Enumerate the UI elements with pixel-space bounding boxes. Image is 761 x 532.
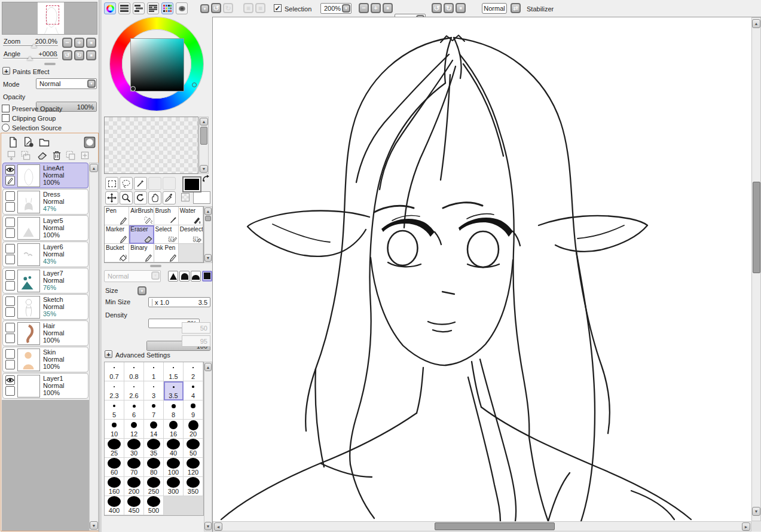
brush-size-300[interactable]: 300 — [164, 477, 184, 496]
layer-visibility-checkbox[interactable] — [5, 218, 15, 227]
scroll-up-arrow[interactable]: ▲ — [200, 118, 208, 126]
brush-size-14[interactable]: 14 — [144, 420, 164, 439]
background-color-swatch[interactable] — [193, 191, 210, 204]
new-layer-button[interactable] — [7, 136, 19, 148]
copy-layer-button[interactable] — [65, 150, 76, 161]
drawing-canvas[interactable] — [213, 17, 751, 521]
layer-edit-checkbox[interactable] — [5, 255, 15, 264]
tab-swatches[interactable] — [161, 2, 173, 14]
layer-visibility-checkbox[interactable] — [5, 270, 15, 280]
move-tool[interactable] — [105, 191, 118, 204]
layer-mask-button[interactable] — [84, 136, 96, 148]
navigator-view-rect[interactable] — [46, 5, 59, 25]
brush-size-5[interactable]: 5 — [105, 400, 124, 420]
layer-visibility-checkbox[interactable] — [5, 323, 15, 332]
nav-zoom-slider[interactable] — [3, 45, 58, 47]
brush-tip-triangle-button[interactable] — [168, 271, 178, 282]
layer-visibility-checkbox[interactable] — [5, 165, 15, 175]
nav-rotate-cw-button[interactable]: ↻ — [74, 50, 84, 60]
sv-square[interactable] — [131, 39, 184, 91]
layer-edit-checkbox[interactable] — [5, 176, 15, 185]
nav-rotate-ccw-button[interactable]: ↺ — [62, 50, 72, 60]
layer-edit-checkbox[interactable] — [5, 202, 15, 212]
scroll-down-arrow[interactable]: ▼ — [200, 165, 208, 173]
layer-edit-checkbox[interactable] — [5, 386, 15, 396]
toolbar-options-dropdown[interactable]: ▼ — [200, 4, 209, 13]
brush-size-80[interactable]: 80 — [144, 458, 164, 477]
scrollbar-thumb[interactable] — [205, 216, 211, 221]
layer-visibility-checkbox[interactable] — [5, 375, 15, 385]
selection-source-radio[interactable] — [2, 124, 10, 132]
zoom-tool[interactable] — [120, 191, 133, 204]
tool-binary[interactable]: Binary — [129, 244, 154, 262]
clipping-group-checkbox[interactable] — [2, 114, 10, 122]
scroll-up-arrow[interactable]: ▲ — [752, 19, 760, 28]
empty-tool-slot[interactable] — [163, 177, 176, 190]
brush-size-1-5[interactable]: 1.5 — [164, 362, 184, 381]
eyedropper-tool[interactable] — [163, 191, 176, 204]
sv-cursor[interactable] — [130, 86, 136, 91]
brush-size-350[interactable]: 350 — [184, 477, 203, 496]
layer-item[interactable]: Layer6Normal43% — [2, 241, 88, 267]
tool-marker[interactable]: Marker — [105, 225, 129, 244]
empty-tool-slot[interactable] — [148, 177, 161, 190]
selection-float-button[interactable]: ▦ — [255, 3, 265, 13]
brush-size-100[interactable]: 100 — [164, 458, 184, 477]
merge-down-button[interactable] — [20, 150, 31, 161]
navigator-preview[interactable] — [2, 2, 97, 35]
size-unit-dropdown[interactable]: ▼ — [137, 286, 146, 295]
transfer-down-button[interactable] — [6, 150, 17, 161]
zoom-out-button[interactable]: − — [359, 3, 369, 13]
selection-to-layer-button[interactable]: ▣ — [243, 3, 253, 13]
size-grid-scrollbar[interactable]: ▲ ▼ — [204, 362, 212, 531]
hue-marker[interactable] — [192, 82, 197, 87]
nav-zoom-reset-button[interactable]: ■ — [86, 38, 96, 48]
tool-eraser[interactable]: Eraser — [129, 225, 154, 244]
scroll-up-arrow[interactable]: ▲ — [204, 363, 212, 371]
brush-tip-round-button[interactable] — [179, 271, 190, 282]
brush-blend-mode-dropdown[interactable]: Normal ▼ — [104, 270, 161, 282]
tool-grid-scrollbar[interactable]: ▲ ▼ — [204, 206, 212, 263]
undo-button[interactable]: ↺ — [211, 3, 221, 13]
scrollbar-thumb[interactable] — [753, 182, 760, 273]
rotate-view-tool[interactable] — [134, 191, 147, 204]
tool-water[interactable]: Water — [179, 207, 203, 225]
layer-item[interactable]: DressNormal47% — [2, 189, 88, 215]
layer-visibility-checkbox[interactable] — [5, 296, 15, 306]
brush-size-450[interactable]: 450 — [124, 496, 144, 515]
tab-mixed-sliders[interactable] — [147, 2, 159, 14]
scroll-down-arrow[interactable]: ▼ — [90, 521, 98, 530]
brush-size-25[interactable]: 25 — [105, 439, 124, 458]
new-folder-button[interactable] — [38, 136, 50, 148]
layer-list-scrollbar[interactable]: ▲ ▼ — [89, 163, 99, 531]
brush-size-50[interactable]: 50 — [184, 439, 203, 458]
tool-bucket[interactable]: Bucket — [105, 244, 129, 262]
brush-size-0-7[interactable]: 0.7 — [105, 362, 124, 381]
chevron-down-icon[interactable]: ▼ — [87, 80, 96, 88]
layer-visibility-checkbox[interactable] — [5, 349, 15, 359]
layer-item[interactable]: SkinNormal100% — [2, 347, 88, 372]
layer-edit-checkbox[interactable] — [5, 281, 15, 291]
lasso-tool[interactable] — [120, 177, 133, 190]
hand-tool[interactable] — [148, 191, 161, 204]
brush-size-7[interactable]: 7 — [144, 400, 164, 420]
layer-item[interactable]: Layer5Normal100% — [2, 215, 88, 241]
paste-layer-button[interactable] — [80, 150, 90, 161]
panel-drag-handle[interactable] — [150, 265, 161, 267]
tool-airbrush[interactable]: AirBrush — [129, 207, 154, 225]
flip-horizontal-button[interactable]: ⇄ — [511, 3, 521, 13]
nav-zoom-in-button[interactable]: + — [74, 38, 84, 48]
magic-wand-tool[interactable] — [134, 177, 147, 190]
brush-size-60[interactable]: 60 — [105, 458, 124, 477]
scroll-down-arrow[interactable]: ▼ — [204, 522, 212, 530]
rotate-ccw-button[interactable]: ↺ — [432, 3, 442, 13]
scroll-left-arrow[interactable]: ◄ — [214, 522, 222, 531]
tool-ink-pen[interactable]: Ink Pen — [154, 244, 179, 262]
color-scratchpad[interactable] — [104, 117, 198, 174]
brush-size-4[interactable]: 4 — [184, 381, 203, 400]
zoom-in-button[interactable]: + — [371, 3, 381, 13]
scroll-down-arrow[interactable]: ▼ — [204, 254, 212, 262]
canvas-zoom-dropdown[interactable]: 200% ▼ — [320, 3, 352, 14]
nav-angle-reset-button[interactable]: ■ — [86, 50, 96, 60]
scroll-up-arrow[interactable]: ▲ — [90, 164, 98, 172]
